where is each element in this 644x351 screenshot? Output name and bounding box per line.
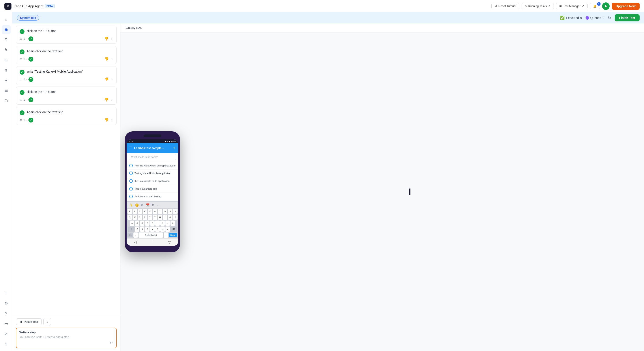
key-done[interactable]: Done [169,233,177,237]
key-e[interactable]: E [138,215,142,220]
key-a[interactable]: A [130,221,134,226]
sidebar-item-key[interactable]: 🗝 [2,319,10,328]
key-i[interactable]: I [163,215,168,220]
add-todo-button[interactable]: + [173,145,176,151]
key-u[interactable]: U [158,215,162,220]
thumbs-down-button[interactable]: 👎 [104,57,109,62]
todo-checkbox[interactable] [129,172,133,175]
expand-button[interactable]: › [111,77,113,82]
sidebar-item-robot[interactable]: ⊕ [2,56,10,65]
expand-button[interactable]: › [111,57,113,62]
thumbs-down-button[interactable]: 👎 [104,97,109,102]
thumbs-down-button[interactable]: 👎 [104,77,109,82]
sidebar-item-settings[interactable]: ⚙ [2,299,10,308]
upgrade-button[interactable]: Upgrade Now [612,3,640,10]
sidebar-item-help[interactable]: ? [2,309,10,318]
key-o[interactable]: O [168,215,172,220]
keyboard-row-q: Q W E R T Y U I O P [127,215,178,220]
key-symbols[interactable]: !#1 [128,233,133,237]
key-0[interactable]: 0 [173,209,178,214]
todo-checkbox[interactable] [129,195,133,198]
subtask-icon: ⊂ [20,57,22,61]
scroll-down-button[interactable]: ↓ [44,318,51,325]
sidebar-item-star[interactable]: ✦ [2,76,10,85]
key-k[interactable]: K [166,221,170,226]
key-spacebar[interactable]: English(India) [138,232,163,238]
write-step-box[interactable]: Write a step You can use Shift + Enter t… [16,327,117,348]
key-g[interactable]: G [150,221,154,226]
sidebar-item-bookmark[interactable]: ⊵ [2,329,10,338]
sidebar-item-upload[interactable]: ⬆ [2,66,10,75]
key-comma[interactable]: , [134,232,138,238]
key-1[interactable]: 1 [128,209,132,214]
expand-button[interactable]: › [111,118,113,123]
key-x[interactable]: X [140,226,144,232]
key-h[interactable]: H [155,221,160,226]
sidebar-item-info[interactable]: ℹ [2,339,10,348]
expand-button[interactable]: › [111,37,113,41]
phone-home-button[interactable]: ○ [152,240,153,244]
key-2[interactable]: 2 [132,209,137,214]
key-6[interactable]: 6 [153,209,157,214]
expand-button[interactable]: › [111,97,113,102]
sidebar-item-list[interactable]: ☰ [2,86,10,95]
hamburger-icon[interactable]: ☰ [129,146,132,150]
key-5[interactable]: 5 [148,209,152,214]
key-3[interactable]: 3 [138,209,142,214]
todo-checkbox[interactable] [129,164,133,167]
settings-icon[interactable]: ⚙ [152,203,154,207]
magic-icon[interactable]: ✨ [129,203,133,207]
pause-test-button[interactable]: ⏸ Pause Test [16,318,42,325]
emoji-icon[interactable]: 😊 [135,203,139,207]
todo-checkbox[interactable] [129,179,133,183]
avatar[interactable]: A [602,3,610,10]
reset-tutorial-button[interactable]: ↺ Reset Tutorial [492,3,520,9]
sidebar-item-shield[interactable]: ⬡ [2,96,10,105]
key-y[interactable]: Y [153,215,157,220]
control-buttons: ⏸ Pause Test ↓ [16,318,117,325]
phone-recents-button[interactable]: ▽ [168,240,171,244]
thumbs-down-button[interactable]: 👎 [104,36,109,41]
test-manager-button[interactable]: ⊞ Test Manager ↗ [556,3,588,9]
more-icon[interactable]: ··· [157,203,160,207]
key-b[interactable]: B [155,226,160,232]
key-n[interactable]: N [160,226,165,232]
sidebar-item-chart[interactable]: ↯ [2,46,10,54]
key-c[interactable]: C [145,226,150,232]
key-shift[interactable]: ⇧ [128,226,134,232]
key-backspace[interactable]: ⌫ [170,226,177,232]
todo-checkbox[interactable] [129,187,133,191]
key-j[interactable]: J [160,221,165,226]
key-v[interactable]: V [150,226,154,232]
sidebar-item-add[interactable]: + [2,289,10,297]
sidebar-item-bot[interactable]: ◉ [2,25,10,34]
calendar-icon[interactable]: 📅 [146,203,150,207]
key-4[interactable]: 4 [143,209,147,214]
key-9[interactable]: 9 [168,209,172,214]
todo-item-text: this is a sample to do application [134,180,170,182]
key-t[interactable]: T [148,215,152,220]
refresh-button[interactable]: ↻ [608,16,611,20]
key-p[interactable]: P [173,215,178,220]
key-w[interactable]: W [132,215,137,220]
key-8[interactable]: 8 [163,209,168,214]
key-f[interactable]: F [145,221,150,226]
key-s[interactable]: S [135,221,140,226]
notification-button[interactable]: 🔔 1 [590,3,600,9]
key-r[interactable]: R [143,215,147,220]
thumbs-down-button[interactable]: 👎 [104,117,109,123]
sticker-icon[interactable]: ⊕ [141,203,144,207]
sidebar-item-search[interactable]: ⚲ [2,35,10,44]
key-m[interactable]: M [166,226,170,232]
key-z[interactable]: Z [135,226,140,232]
key-q[interactable]: Q [128,215,132,220]
key-period[interactable]: . [164,232,168,238]
key-d[interactable]: D [140,221,144,226]
sidebar-item-home[interactable]: ⌂ [2,15,10,24]
key-l[interactable]: L [170,221,175,226]
finish-test-button[interactable]: Finish Test [615,14,640,22]
phone-back-button[interactable]: ◁ [134,240,136,244]
running-tasks-button[interactable]: ⎋ Running Tasks ↗ [522,3,554,9]
key-7[interactable]: 7 [158,209,162,214]
search-input[interactable]: What needs to be done? [129,154,176,160]
